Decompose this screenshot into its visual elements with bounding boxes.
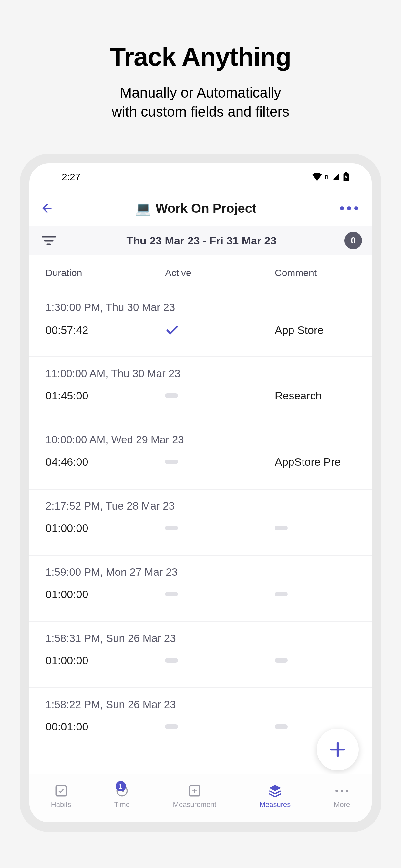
entry-row[interactable]: 1:59:00 PM, Mon 27 Mar 2301:00:00	[29, 556, 372, 622]
entry-active	[165, 460, 275, 464]
plus-square-icon	[188, 784, 202, 798]
empty-pill	[275, 724, 288, 729]
entry-comment	[275, 658, 356, 662]
nav-more[interactable]: More	[334, 784, 350, 809]
entry-comment: Research	[275, 390, 356, 402]
arrow-left-icon	[41, 202, 54, 215]
empty-pill	[165, 393, 178, 398]
empty-pill	[165, 592, 178, 596]
empty-pill	[165, 658, 178, 662]
entry-active	[165, 592, 275, 596]
entry-comment-text: App Store	[275, 324, 323, 336]
page-title: Work On Project	[156, 201, 257, 216]
plus-icon	[328, 740, 347, 759]
layers-icon	[268, 784, 282, 798]
table-header: Duration Active Comment	[29, 255, 372, 291]
entry-active	[165, 323, 275, 337]
entry-row[interactable]: 1:58:31 PM, Sun 26 Mar 2301:00:00	[29, 622, 372, 688]
entry-duration: 01:45:00	[45, 390, 165, 402]
filter-bar: Thu 23 Mar 23 - Fri 31 Mar 23 0	[29, 226, 372, 255]
svg-point-2	[354, 206, 358, 210]
svg-point-13	[335, 789, 338, 792]
svg-point-15	[346, 789, 348, 792]
svg-point-0	[340, 206, 344, 210]
status-time: 2:27	[62, 172, 81, 182]
entry-duration: 01:00:00	[45, 588, 165, 600]
entry-timestamp: 1:30:00 PM, Thu 30 Mar 23	[45, 301, 356, 314]
empty-pill	[165, 460, 178, 464]
entry-active	[165, 658, 275, 662]
signal-icon	[332, 173, 340, 181]
svg-point-1	[347, 206, 351, 210]
status-bar: 2:27 R	[29, 163, 372, 191]
roaming-indicator: R	[325, 175, 328, 180]
check-icon	[165, 323, 179, 337]
nav-measurement[interactable]: Measurement	[173, 784, 217, 809]
col-header-comment: Comment	[275, 268, 356, 278]
entry-row[interactable]: 1:30:00 PM, Thu 30 Mar 2300:57:42App Sto…	[29, 291, 372, 357]
entry-comment: App Store	[275, 324, 356, 337]
wifi-icon	[312, 173, 322, 181]
promo-sub-line1: Manually or Automatically	[120, 85, 281, 100]
entry-comment	[275, 724, 356, 729]
battery-icon	[343, 173, 349, 182]
entries-list: 1:30:00 PM, Thu 30 Mar 2300:57:42App Sto…	[29, 291, 372, 754]
more-options-button[interactable]	[336, 206, 362, 211]
add-entry-fab[interactable]	[317, 728, 359, 771]
entry-active	[165, 724, 275, 729]
entry-row[interactable]: 11:00:00 AM, Thu 30 Mar 2301:45:00Resear…	[29, 357, 372, 423]
nav-habits[interactable]: Habits	[51, 784, 71, 809]
entry-timestamp: 1:59:00 PM, Mon 27 Mar 23	[45, 566, 356, 578]
entry-active	[165, 526, 275, 530]
nav-time-label: Time	[114, 801, 130, 809]
entry-comment-text: Research	[275, 390, 322, 402]
empty-pill	[165, 526, 178, 530]
back-button[interactable]	[39, 202, 55, 215]
bottom-nav: Habits 1 Time Measurement Measures Mor	[29, 774, 372, 822]
entry-row[interactable]: 2:17:52 PM, Tue 28 Mar 2301:00:00	[29, 490, 372, 556]
nav-habits-label: Habits	[51, 801, 71, 809]
app-header: 💻 Work On Project	[29, 191, 372, 226]
nav-time[interactable]: 1 Time	[114, 784, 130, 809]
entry-timestamp: 11:00:00 AM, Thu 30 Mar 23	[45, 368, 356, 380]
promo-title: Track Anything	[110, 42, 291, 72]
svg-point-14	[341, 789, 343, 792]
col-header-duration: Duration	[45, 268, 165, 278]
svg-rect-8	[56, 786, 66, 796]
nav-measures[interactable]: Measures	[259, 784, 291, 809]
promo-sub-line2: with custom fields and filters	[112, 104, 289, 120]
entry-active	[165, 393, 275, 398]
entry-duration: 01:00:00	[45, 522, 165, 534]
promo-subtitle: Manually or Automatically with custom fi…	[112, 83, 289, 121]
entry-row[interactable]: 10:00:00 AM, Wed 29 Mar 2304:46:00AppSto…	[29, 423, 372, 490]
nav-measures-label: Measures	[259, 801, 291, 809]
filter-button[interactable]	[39, 236, 58, 245]
entry-comment-text: AppStore Pre	[275, 456, 341, 468]
entry-timestamp: 1:58:22 PM, Sun 26 Mar 23	[45, 699, 356, 711]
entry-duration: 00:57:42	[45, 324, 165, 337]
entry-comment	[275, 592, 356, 596]
empty-pill	[275, 658, 288, 662]
date-range[interactable]: Thu 23 Mar 23 - Fri 31 Mar 23	[58, 235, 344, 247]
checkbox-icon	[54, 784, 68, 798]
filter-icon	[42, 236, 56, 245]
entry-duration: 00:01:00	[45, 720, 165, 733]
more-horizontal-icon	[339, 206, 359, 211]
status-icons: R	[312, 173, 349, 182]
entry-comment: AppStore Pre	[275, 456, 356, 468]
count-badge: 0	[344, 232, 362, 249]
col-header-active: Active	[165, 268, 275, 278]
entry-duration: 04:46:00	[45, 456, 165, 468]
nav-more-label: More	[334, 801, 350, 809]
entry-timestamp: 2:17:52 PM, Tue 28 Mar 23	[45, 500, 356, 512]
empty-pill	[165, 724, 178, 729]
app-header-icon: 💻	[135, 201, 151, 216]
nav-time-badge: 1	[116, 781, 126, 792]
entry-timestamp: 10:00:00 AM, Wed 29 Mar 23	[45, 434, 356, 446]
entry-timestamp: 1:58:31 PM, Sun 26 Mar 23	[45, 632, 356, 645]
empty-pill	[275, 526, 288, 530]
empty-pill	[275, 592, 288, 596]
more-horizontal-icon	[335, 789, 349, 793]
nav-measurement-label: Measurement	[173, 801, 217, 809]
entry-comment	[275, 526, 356, 530]
